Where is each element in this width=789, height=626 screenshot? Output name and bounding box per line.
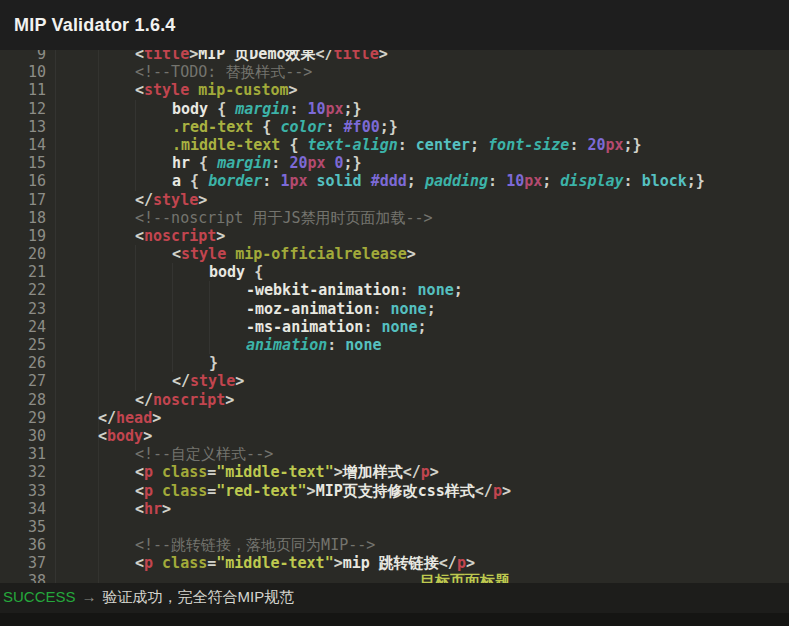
indent-guide: [135, 318, 136, 336]
code-line: 30<body>: [0, 427, 789, 445]
line-number: 27: [0, 372, 46, 390]
indent-guide: [209, 281, 210, 299]
code-line: 21body {: [0, 263, 789, 281]
status-bottom-strip: [0, 613, 789, 626]
line-number: 16: [0, 172, 46, 190]
code-line: 16a { border: 1px solid #ddd; padding: 1…: [0, 172, 789, 190]
code-line: 31<!--自定义样式-->: [0, 445, 789, 463]
code-line: 10<!--TODO: 替换样式-->: [0, 63, 789, 81]
code-line-text: hr { margin: 20px 0;}: [172, 154, 362, 172]
indent-guide: [135, 172, 136, 190]
code-line-text: body {: [209, 263, 263, 281]
status-badge: SUCCESS: [3, 588, 76, 605]
code-line-text: -ms-animation: none;: [246, 318, 427, 336]
indent-guide: [135, 118, 136, 136]
line-number: 20: [0, 245, 46, 263]
code-line: 27</style>: [0, 372, 789, 390]
line-number: 32: [0, 463, 46, 481]
status-row: SUCCESS→验证成功，完全符合MIP规范: [0, 583, 789, 607]
code-line: 28</noscript>: [0, 391, 789, 409]
code-line: 26}: [0, 354, 789, 372]
indent-guide: [135, 263, 136, 281]
status-arrow: →: [76, 588, 103, 605]
indent-guide: [135, 372, 136, 390]
indent-guide: [135, 300, 136, 318]
line-number: 14: [0, 136, 46, 154]
code-line: 24-ms-animation: none;: [0, 318, 789, 336]
code-line-text: </style>: [135, 191, 207, 209]
code-line-text: <!--TODO: 替换样式-->: [135, 63, 312, 81]
code-line: 32<p class="middle-text">增加样式</p>: [0, 463, 789, 481]
code-line-text: <!--自定义样式-->: [135, 445, 273, 463]
line-number: 12: [0, 100, 46, 118]
line-number: 29: [0, 409, 46, 427]
indent-guide: [172, 300, 173, 318]
line-number: 13: [0, 118, 46, 136]
line-number: 24: [0, 318, 46, 336]
code-line-text: </noscript>: [135, 391, 234, 409]
code-line-text: <p class="red-text">MIP页支持修改css样式</p>: [135, 482, 511, 500]
code-line: 19<noscript>: [0, 227, 789, 245]
line-number: 26: [0, 354, 46, 372]
line-number: 21: [0, 263, 46, 281]
indent-guide: [135, 136, 136, 154]
line-number: 17: [0, 191, 46, 209]
line-number: 28: [0, 391, 46, 409]
code-line-text: <!--跳转链接，落地页同为MIP-->: [135, 536, 375, 554]
code-line: 17</style>: [0, 191, 789, 209]
line-number: 19: [0, 227, 46, 245]
line-number: 25: [0, 336, 46, 354]
code-line: 12body { margin: 10px;}: [0, 100, 789, 118]
line-number: 30: [0, 427, 46, 445]
indent-guide: [172, 263, 173, 281]
code-line-text: <p class="middle-text">增加样式</p>: [135, 463, 439, 481]
line-number: 10: [0, 63, 46, 81]
line-number: 31: [0, 445, 46, 463]
app-title: MIP Validator 1.6.4: [14, 15, 176, 36]
code-line-text: .middle-text { text-align: center; font-…: [172, 136, 642, 154]
code-line: 15hr { margin: 20px 0;}: [0, 154, 789, 172]
line-number: 37: [0, 554, 46, 572]
code-line: 13.red-text { color: #f00;}: [0, 118, 789, 136]
code-line: 11<style mip-custom>: [0, 81, 789, 99]
indent-guide: [172, 336, 173, 354]
code-line-text: }: [209, 354, 218, 372]
app-header: MIP Validator 1.6.4: [0, 0, 789, 50]
line-number: 35: [0, 518, 46, 536]
code-line-text: 目标页面标题: [420, 572, 510, 583]
line-number: 23: [0, 300, 46, 318]
code-editor[interactable]: 9<title>MIP 页Demo效果</title>10<!--TODO: 替…: [0, 0, 789, 583]
code-line: 35: [0, 518, 789, 536]
status-bar: SUCCESS→验证成功，完全符合MIP规范: [0, 583, 789, 626]
indent-guide: [135, 154, 136, 172]
code-line: 29</head>: [0, 409, 789, 427]
code-line: 14.middle-text { text-align: center; fon…: [0, 136, 789, 154]
indent-guide: [135, 281, 136, 299]
code-line-text: </head>: [98, 409, 161, 427]
line-number: 22: [0, 281, 46, 299]
code-line: 37<p class="middle-text">mip 跳转链接</p>: [0, 554, 789, 572]
code-line: 38目标页面标题: [0, 572, 789, 583]
indent-guide: [135, 336, 136, 354]
code-line: 20<style mip-officialrelease>: [0, 245, 789, 263]
line-number: 33: [0, 482, 46, 500]
code-line-text: a { border: 1px solid #ddd; padding: 10p…: [172, 172, 705, 190]
indent-guide: [135, 354, 136, 372]
line-number: 38: [0, 572, 46, 583]
mip-validator-window: { "header": { "title": "MIP Validator 1.…: [0, 0, 789, 626]
code-line-text: <p class="middle-text">mip 跳转链接</p>: [135, 554, 475, 572]
indent-guide: [135, 100, 136, 118]
code-line-text: <style mip-custom>: [135, 81, 298, 99]
code-line: 33<p class="red-text">MIP页支持修改css样式</p>: [0, 482, 789, 500]
indent-guide: [135, 245, 136, 263]
code-line-text: -moz-animation: none;: [246, 300, 436, 318]
line-number: 36: [0, 536, 46, 554]
code-line-text: <style mip-officialrelease>: [172, 245, 416, 263]
code-line: 22-webkit-animation: none;: [0, 281, 789, 299]
code-line: 18<!--noscript 用于JS禁用时页面加载-->: [0, 209, 789, 227]
indent-guide: [172, 318, 173, 336]
line-number: 34: [0, 500, 46, 518]
code-line-text: .red-text { color: #f00;}: [172, 118, 398, 136]
code-line: 34<hr>: [0, 500, 789, 518]
line-number: 15: [0, 154, 46, 172]
